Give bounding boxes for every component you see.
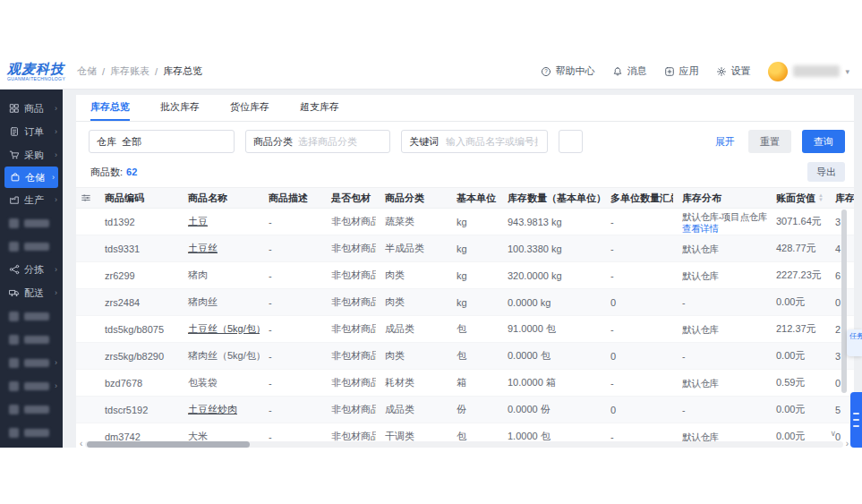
sidebar-item-redacted[interactable]: › — [0, 374, 63, 397]
header-label: 是否包材 — [331, 192, 371, 205]
horizontal-scrollbar-track[interactable] — [85, 441, 842, 448]
product-name: 包装袋 — [188, 376, 218, 389]
task-float-button[interactable]: 任务 — [847, 329, 862, 356]
scroll-left-icon[interactable]: ‹ — [80, 440, 82, 448]
cell-value: 非包材商品 — [331, 349, 376, 363]
sidebar-item-redacted[interactable] — [0, 328, 63, 351]
stock-distribution: 默认仓库 — [682, 378, 719, 389]
cell-value: 0.00元 — [767, 403, 832, 416]
topbar-item-apps[interactable]: 应用 — [664, 64, 698, 78]
cell-value: 4 — [835, 243, 841, 254]
category-label: 商品分类 — [253, 135, 293, 149]
content-area: 库存总览批次库存货位库存超支库存 仓库 全部 商品分类 选择商品分类 关键词 — [63, 90, 862, 448]
product-name: 猪肉丝（5kg/包） — [188, 349, 260, 363]
order-icon — [9, 126, 20, 137]
topbar-item-help[interactable]: ?帮助中心 — [541, 64, 594, 78]
sidebar-item-purchase[interactable]: 采购› — [0, 143, 63, 167]
topbar-item-bell[interactable]: 消息 — [612, 64, 646, 78]
horizontal-scrollbar-thumb[interactable] — [87, 441, 250, 448]
sidebar-item-warehouse[interactable]: 仓储› — [4, 167, 58, 188]
keyword-input[interactable] — [444, 135, 540, 148]
sidebar-item-redacted[interactable]: › — [0, 351, 63, 374]
cell-name: 包装袋 — [179, 376, 260, 389]
header-label: 库存分布 — [682, 192, 721, 205]
keyword-field[interactable]: 关键词 — [401, 130, 548, 153]
product-name-link[interactable]: 土豆丝（5kg/包） — [188, 322, 260, 336]
sidebar-item-redacted[interactable] — [0, 211, 63, 235]
warehouse-select[interactable]: 仓库 全部 — [89, 130, 235, 153]
expand-link[interactable]: 展开 — [715, 135, 738, 149]
product-name-link[interactable]: 土豆 — [188, 215, 208, 228]
tab-库存总览[interactable]: 库存总览 — [90, 95, 130, 121]
tab-超支库存[interactable]: 超支库存 — [300, 95, 339, 121]
sidebar-item-production[interactable]: 生产› — [0, 188, 63, 211]
cell-value: 0.00元 — [776, 403, 805, 416]
warehouse-label: 仓库 — [97, 135, 116, 149]
breadcrumb-item[interactable]: 库存账表 — [110, 64, 149, 78]
vertical-scrollbar[interactable] — [841, 209, 847, 430]
user-caret-icon[interactable]: ▾ — [845, 67, 849, 76]
reset-button[interactable]: 重置 — [748, 130, 791, 153]
side-float-panel[interactable] — [850, 392, 862, 448]
breadcrumb-separator: / — [102, 66, 105, 77]
cell-value: 428.77元 — [767, 242, 832, 255]
horizontal-scrollbar[interactable]: ‹ › — [80, 440, 849, 448]
cell-value: kg — [457, 243, 467, 254]
sidebar-item-grid[interactable]: 商品› — [0, 97, 63, 120]
keyword-label: 关键词 — [409, 135, 439, 149]
cell-packing: 非包材商品 — [322, 403, 376, 416]
cell-category: 蔬菜类 — [376, 215, 448, 228]
cell-qty: 0.0000 kg — [499, 297, 602, 308]
cell-value: 91.0000 包 — [508, 322, 556, 336]
sidebar-item-order[interactable]: 订单› — [0, 120, 63, 143]
product-name-link[interactable]: 土豆丝炒肉 — [188, 403, 237, 416]
cell-value: 肉类 — [385, 295, 405, 309]
sidebar-item-redacted[interactable] — [0, 421, 63, 444]
redacted-icon — [9, 218, 19, 228]
scroll-right-icon[interactable]: › — [846, 440, 849, 448]
cell-multi: - — [602, 270, 673, 281]
cell-value: 0.00元 — [776, 349, 805, 363]
sidebar-item-label: 采购 — [24, 149, 50, 162]
cell-unit: kg — [448, 243, 499, 254]
breadcrumb-item[interactable]: 仓储 — [77, 64, 97, 78]
header-cell-name: 商品名称 — [179, 192, 260, 205]
export-button[interactable]: 导出 — [807, 162, 845, 182]
header-cell-code: 商品编码 — [96, 192, 179, 205]
view-details-link[interactable]: 查看详情 — [682, 223, 719, 234]
user-menu[interactable]: ▾ — [768, 62, 849, 81]
header-label: 账面货值 — [776, 192, 815, 205]
product-name-link[interactable]: 土豆丝 — [188, 242, 218, 255]
tab-批次库存[interactable]: 批次库存 — [160, 95, 200, 121]
sort-icon[interactable]: ▲▼ — [818, 193, 824, 202]
scroll-down-icon[interactable]: ∨ — [830, 429, 836, 438]
redacted-icon — [9, 405, 19, 414]
tab-货位库存[interactable]: 货位库存 — [230, 95, 269, 121]
sidebar-item-redacted[interactable] — [0, 304, 63, 328]
chevron-right-icon: › — [52, 173, 55, 182]
cell-value: 非包材商品 — [331, 322, 376, 336]
vertical-scrollbar-thumb[interactable] — [841, 209, 847, 393]
avatar[interactable] — [768, 62, 788, 81]
breadcrumb-separator: / — [155, 66, 158, 77]
sidebar-item-label: 仓储 — [25, 171, 47, 184]
sidebar-item-delivery[interactable]: 配送› — [0, 281, 63, 304]
cell-value: 成品类 — [385, 322, 414, 336]
header-cell-settings[interactable] — [76, 192, 96, 203]
sorting-icon — [9, 264, 20, 275]
cell-value: 0.0000 kg — [508, 297, 550, 308]
stock-distribution: - — [682, 297, 685, 308]
table-row: tds9331土豆丝-非包材商品半成品类kg100.3380 kg-默认仓库42… — [76, 235, 854, 262]
cell-value: 0 — [835, 297, 841, 308]
sidebar-item-redacted[interactable] — [0, 235, 63, 258]
advanced-filter-button[interactable] — [559, 130, 583, 153]
cell-code: zr6299 — [96, 270, 179, 281]
redacted-icon — [9, 428, 19, 438]
topbar-menu: ?帮助中心消息应用设置 — [541, 64, 750, 78]
topbar-item-gear[interactable]: 设置 — [716, 64, 750, 78]
search-button[interactable]: 查询 — [802, 130, 845, 153]
sidebar-item-sorting[interactable]: 分拣› — [0, 258, 63, 281]
brand-logo-text: 观麦科技 — [7, 62, 70, 75]
sidebar-item-redacted[interactable] — [0, 397, 63, 421]
category-select[interactable]: 商品分类 选择商品分类 — [245, 130, 390, 153]
